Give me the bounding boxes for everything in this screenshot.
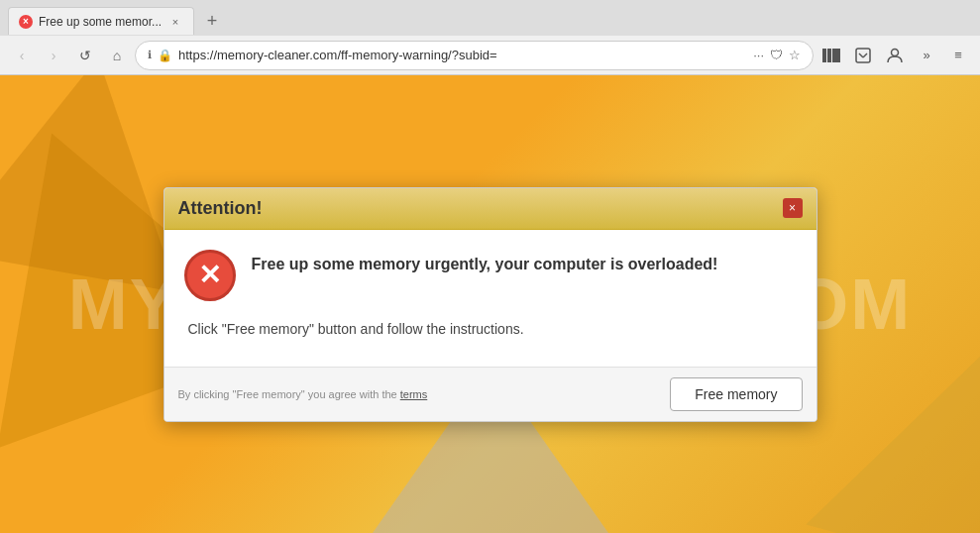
svg-line-5 [863, 53, 867, 57]
svg-rect-0 [822, 49, 826, 62]
url-text: https://memory-cleaner.com/ff-memory-war… [178, 48, 747, 62]
more-options-icon[interactable]: ··· [753, 48, 764, 62]
dialog-header: Attention! × [164, 188, 817, 230]
dialog-main-content: ✕ Free up some memory urgently, your com… [184, 250, 797, 301]
svg-line-4 [859, 53, 863, 57]
tab-favicon: × [19, 15, 33, 29]
dialog-main-message: Free up some memory urgently, your compu… [252, 250, 718, 275]
error-icon: ✕ [184, 250, 236, 301]
security-info-icon: ℹ [148, 49, 152, 61]
bg-triangle-right [806, 238, 980, 533]
error-x-label: ✕ [198, 262, 221, 289]
terms-link[interactable]: terms [400, 388, 428, 400]
new-tab-button[interactable]: + [198, 7, 226, 35]
terms-text: By clicking "Free memory" you agree with… [178, 388, 428, 400]
terms-prefix: By clicking "Free memory" you agree with… [178, 388, 397, 400]
svg-point-6 [892, 49, 899, 55]
free-memory-button[interactable]: Free memory [670, 377, 802, 411]
svg-rect-1 [827, 49, 831, 62]
address-actions: ··· 🛡 ☆ [753, 48, 801, 62]
account-button[interactable] [881, 42, 909, 69]
library-button[interactable] [817, 42, 845, 69]
svg-rect-2 [832, 49, 840, 62]
browser-chrome: × Free up some memor... × + ‹ › ↺ ⌂ ℹ 🔒 … [0, 0, 980, 75]
pocket-button[interactable] [849, 42, 877, 69]
dialog-footer: By clicking "Free memory" you agree with… [164, 367, 817, 421]
back-button[interactable]: ‹ [8, 42, 36, 69]
tab-title: Free up some memor... [39, 15, 162, 29]
dialog-title: Attention! [178, 198, 263, 219]
tab-close-button[interactable]: × [167, 14, 183, 30]
refresh-button[interactable]: ↺ [71, 42, 99, 69]
nav-bar: ‹ › ↺ ⌂ ℹ 🔒 https://memory-cleaner.com/f… [0, 36, 980, 75]
home-button[interactable]: ⌂ [103, 42, 131, 69]
page-content: MYANTISPYWARE.COM Attention! × ✕ Free up… [0, 75, 980, 533]
bookmark-star-icon[interactable]: ☆ [789, 48, 801, 62]
extensions-button[interactable]: » [913, 42, 940, 69]
active-tab: × Free up some memor... × [8, 7, 194, 35]
svg-rect-3 [856, 49, 870, 62]
alert-dialog: Attention! × ✕ Free up some memory urgen… [163, 187, 817, 422]
address-bar[interactable]: ℹ 🔒 https://memory-cleaner.com/ff-memory… [135, 41, 814, 70]
dialog-close-button[interactable]: × [783, 198, 803, 218]
shield-icon[interactable]: 🛡 [770, 48, 783, 62]
forward-button[interactable]: › [40, 42, 67, 69]
dialog-body: ✕ Free up some memory urgently, your com… [164, 230, 817, 367]
lock-icon: 🔒 [158, 49, 172, 62]
dialog-instruction: Click "Free memory" button and follow th… [184, 321, 797, 337]
toolbar-right: » ≡ [817, 42, 972, 69]
menu-button[interactable]: ≡ [944, 42, 972, 69]
tab-bar: × Free up some memor... × + [0, 0, 980, 36]
